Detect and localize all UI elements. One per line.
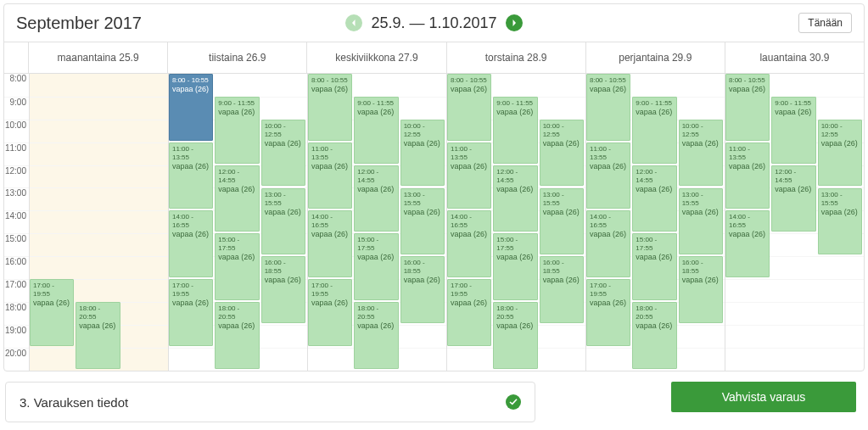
calendar-event[interactable]: 16:00 - 18:55vapaa (26) xyxy=(261,256,305,323)
event-label: vapaa (26) xyxy=(218,321,255,330)
calendar-event[interactable]: 15:00 - 17:55vapaa (26) xyxy=(354,233,398,300)
calendar-panel: September 2017 25.9. — 1.10.2017 Tänään … xyxy=(3,3,865,371)
calendar-event[interactable]: 14:00 - 16:55vapaa (26) xyxy=(725,210,770,277)
calendar-event[interactable]: 18:00 - 20:55vapaa (26) xyxy=(354,302,398,369)
calendar-event[interactable]: 12:00 - 14:55vapaa (26) xyxy=(632,165,676,232)
today-button[interactable]: Tänään xyxy=(798,13,852,33)
calendar-event[interactable]: 16:00 - 18:55vapaa (26) xyxy=(400,256,445,323)
time-label: 17:00 xyxy=(4,279,29,302)
event-label: vapaa (26) xyxy=(451,85,488,93)
calendar-event[interactable]: 9:00 - 11:55vapaa (26) xyxy=(632,97,676,164)
calendar-event[interactable]: 8:00 - 10:55vapaa (26) xyxy=(447,74,491,141)
calendar-event[interactable]: 13:00 - 15:55vapaa (26) xyxy=(818,188,862,255)
calendar-event[interactable]: 16:00 - 18:55vapaa (26) xyxy=(679,256,723,323)
calendar-event[interactable]: 15:00 - 17:55vapaa (26) xyxy=(632,233,676,300)
calendar-event[interactable]: 11:00 - 13:55vapaa (26) xyxy=(725,142,770,209)
calendar-event[interactable]: 13:00 - 15:55vapaa (26) xyxy=(540,188,584,255)
prev-week-button[interactable] xyxy=(345,14,362,31)
calendar-event[interactable]: 8:00 - 10:55vapaa (26) xyxy=(586,74,630,141)
calendar-event[interactable]: 8:00 - 10:55vapaa (26) xyxy=(308,74,352,141)
calendar-event[interactable]: 8:00 - 10:55vapaa (26) xyxy=(725,74,770,141)
time-label: 15:00 xyxy=(4,233,29,256)
calendar-event[interactable]: 10:00 - 12:55vapaa (26) xyxy=(400,120,445,187)
calendar-event[interactable]: 16:00 - 18:55vapaa (26) xyxy=(540,256,584,323)
calendar-event[interactable]: 12:00 - 14:55vapaa (26) xyxy=(354,165,398,232)
calendar-event[interactable]: 13:00 - 15:55vapaa (26) xyxy=(400,188,445,255)
calendar-event[interactable]: 12:00 - 14:55vapaa (26) xyxy=(493,165,537,232)
time-label: 11:00 xyxy=(4,142,29,165)
day-header: maanantaina 25.9 xyxy=(29,42,168,73)
calendar-event[interactable]: 9:00 - 11:55vapaa (26) xyxy=(354,97,398,164)
calendar-event[interactable]: 9:00 - 11:55vapaa (26) xyxy=(493,97,537,164)
calendar-event[interactable]: 14:00 - 16:55vapaa (26) xyxy=(586,210,630,277)
calendar-event[interactable]: 11:00 - 13:55vapaa (26) xyxy=(308,142,352,209)
event-time: 8:00 - 10:55 xyxy=(311,76,349,85)
event-label: vapaa (26) xyxy=(590,85,627,93)
event-time: 11:00 - 13:55 xyxy=(311,145,349,162)
calendar-event[interactable]: 12:00 - 14:55vapaa (26) xyxy=(771,165,815,232)
calendar-event[interactable]: 11:00 - 13:55vapaa (26) xyxy=(169,142,213,209)
next-week-button[interactable] xyxy=(506,14,523,31)
event-label: vapaa (26) xyxy=(311,299,349,307)
time-label: 10:00 xyxy=(4,120,29,142)
calendar-event[interactable]: 17:00 - 19:55vapaa (26) xyxy=(169,279,213,346)
time-label: 16:00 xyxy=(4,256,29,279)
calendar-event[interactable]: 10:00 - 12:55vapaa (26) xyxy=(679,120,723,187)
calendar-event[interactable]: 17:00 - 19:55vapaa (26) xyxy=(586,279,630,346)
calendar-event[interactable]: 14:00 - 16:55vapaa (26) xyxy=(308,210,352,277)
calendar-event[interactable]: 11:00 - 13:55vapaa (26) xyxy=(586,142,630,209)
calendar-event[interactable]: 14:00 - 16:55vapaa (26) xyxy=(169,210,213,277)
calendar-event[interactable]: 13:00 - 15:55vapaa (26) xyxy=(261,188,305,255)
day-columns: 17:00 - 19:55vapaa (26)18:00 - 20:55vapa… xyxy=(29,74,864,371)
event-time: 12:00 - 14:55 xyxy=(775,168,812,185)
event-label: vapaa (26) xyxy=(729,85,766,93)
calendar-event[interactable]: 12:00 - 14:55vapaa (26) xyxy=(215,165,259,232)
event-time: 12:00 - 14:55 xyxy=(636,168,673,185)
day-header: lauantaina 30.9 xyxy=(725,42,864,73)
event-label: vapaa (26) xyxy=(590,230,627,238)
calendar-event[interactable]: 15:00 - 17:55vapaa (26) xyxy=(215,233,259,300)
calendar-event[interactable]: 18:00 - 20:55vapaa (26) xyxy=(215,302,259,369)
event-label: vapaa (26) xyxy=(682,139,720,148)
calendar-event[interactable]: 17:00 - 19:55vapaa (26) xyxy=(308,279,352,346)
event-label: vapaa (26) xyxy=(775,185,812,193)
event-time: 17:00 - 19:55 xyxy=(33,282,70,299)
time-label: 20:00 xyxy=(4,348,29,371)
calendar-event[interactable]: 18:00 - 20:55vapaa (26) xyxy=(76,302,120,369)
calendar-event[interactable]: 10:00 - 12:55vapaa (26) xyxy=(540,120,584,187)
calendar-event[interactable]: 11:00 - 13:55vapaa (26) xyxy=(447,142,491,209)
event-label: vapaa (26) xyxy=(265,208,302,216)
event-time: 14:00 - 16:55 xyxy=(172,213,210,230)
event-label: vapaa (26) xyxy=(496,185,534,193)
confirm-button[interactable]: Vahvista varaus xyxy=(671,382,856,412)
event-label: vapaa (26) xyxy=(590,299,627,307)
calendar-event[interactable]: 9:00 - 11:55vapaa (26) xyxy=(215,97,259,164)
event-label: vapaa (26) xyxy=(172,85,210,93)
calendar-event[interactable]: 18:00 - 20:55vapaa (26) xyxy=(493,302,537,369)
day-column: 8:00 - 10:55vapaa (26)9:00 - 11:55vapaa … xyxy=(168,74,307,371)
event-time: 18:00 - 20:55 xyxy=(636,304,673,321)
event-label: vapaa (26) xyxy=(218,185,255,193)
event-time: 12:00 - 14:55 xyxy=(496,168,534,185)
calendar-event[interactable]: 15:00 - 17:55vapaa (26) xyxy=(493,233,537,300)
booking-details-section[interactable]: 3. Varauksen tiedot xyxy=(5,382,535,422)
event-label: vapaa (26) xyxy=(821,139,859,148)
calendar-event[interactable]: 8:00 - 10:55vapaa (26) xyxy=(169,74,213,141)
calendar-event[interactable]: 18:00 - 20:55vapaa (26) xyxy=(632,302,676,369)
event-label: vapaa (26) xyxy=(543,208,580,216)
event-time: 12:00 - 14:55 xyxy=(357,168,395,185)
calendar-event[interactable]: 10:00 - 12:55vapaa (26) xyxy=(818,120,862,187)
calendar-event[interactable]: 14:00 - 16:55vapaa (26) xyxy=(447,210,491,277)
calendar-event[interactable]: 13:00 - 15:55vapaa (26) xyxy=(679,188,723,255)
event-label: vapaa (26) xyxy=(218,253,255,261)
event-label: vapaa (26) xyxy=(496,321,534,330)
calendar-body: 8:009:0010:0011:0012:0013:0014:0015:0016… xyxy=(4,74,864,371)
calendar-event[interactable]: 17:00 - 19:55vapaa (26) xyxy=(447,279,491,346)
event-time: 10:00 - 12:55 xyxy=(821,122,859,139)
event-time: 12:00 - 14:55 xyxy=(218,168,255,185)
calendar-event[interactable]: 9:00 - 11:55vapaa (26) xyxy=(771,97,815,164)
event-label: vapaa (26) xyxy=(218,108,255,116)
calendar-event[interactable]: 17:00 - 19:55vapaa (26) xyxy=(30,279,74,346)
event-label: vapaa (26) xyxy=(636,108,673,116)
calendar-event[interactable]: 10:00 - 12:55vapaa (26) xyxy=(261,120,305,187)
